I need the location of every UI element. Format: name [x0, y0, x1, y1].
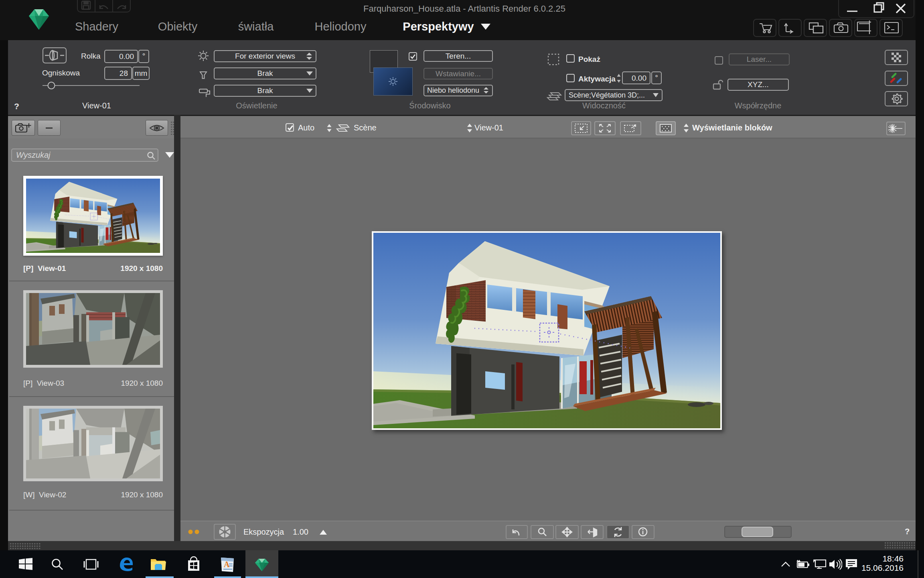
- svg-text:A: A: [224, 560, 230, 569]
